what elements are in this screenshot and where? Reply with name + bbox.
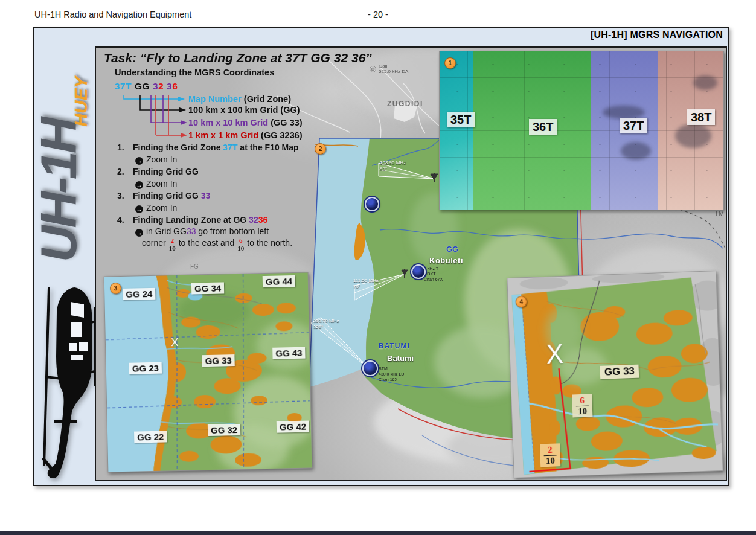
grid-cell-gg43: GG 43 [272,347,306,359]
grid-cell-gg22: GG 22 [134,431,167,443]
zone-label-37t: 37T [620,118,647,133]
grid-cell-gg32: GG 32 [208,424,241,436]
freq-label-nw: 108.90 MHz95° [380,160,406,172]
gali-ndb-icon [370,66,376,72]
step-4-detail-1: →in Grid GG33 go from bottom left [135,226,269,237]
poti-beacon-icon [365,197,379,211]
zoom-in-icon: → [135,181,143,189]
north-fraction-chip: 610 [572,394,592,417]
grid-cell-gg23: GG 23 [129,362,162,374]
legend-grid-zone: Map Number (Grid Zone) [188,94,291,104]
legend-1km: 1 km x 1 km Grid (GG 3236) [188,130,303,141]
lm-border-label: LM [716,211,724,217]
legend-10km: 10 km x 10 km Grid (GG 33) [188,117,303,128]
fraction-north: 610 [236,237,245,252]
step-1-zoom: →Zoom In [135,154,177,165]
inset-gg-grid-map: X GG 24 GG 34 GG 44 GG 23 GG 33 GG 43 GG… [104,272,313,472]
gg-grid-label: GG [446,245,458,254]
page-bottom-rule [0,531,756,535]
inset-landing-zone-map: X GG 33 610 210 4 [507,271,723,478]
grid-cell-gg42: GG 42 [277,421,310,433]
gali-station-label: Gali525.0 kHz DA [379,63,408,74]
document-header: UH-1H Radio and Navigation Equipment [34,10,191,19]
east-fraction-chip: 210 [540,443,560,467]
gg33-label: GG 33 [600,365,639,379]
landing-zone-x-mark: X [546,339,564,370]
callout-badge-2: 2 [315,143,326,155]
zoom-in-icon: → [135,157,143,165]
manual-page: UH-1H Radio and Navigation Equipment - 2… [0,0,756,535]
zone-label-35t: 35T [447,112,475,127]
zone-label-36t: 36T [529,119,557,135]
grid-cell-gg44: GG 44 [263,275,296,287]
zugdidi-city-label: ZUGDIDI [387,100,423,108]
zoom-in-icon: → [135,205,143,213]
batumi-station-info: BTM430.0 kHz LUChan 16X [379,366,404,382]
legend-100km: 100 km x 100 km Grid (GG) [188,104,300,115]
zone-label-38t: 38T [687,109,715,125]
batumi-ndb-icon [362,360,378,376]
inset-grid-zones-map: 35T 36T 37T 38T 1 [439,51,724,210]
step-2-zoom: →Zoom In [135,178,177,189]
kobuleti-vor-icon [411,264,426,279]
freq-label-kobuleti: 111.50 MHz70° [353,278,379,290]
step-3-zoom: →Zoom In [135,202,177,213]
main-map: Task: “Fly to Landing Zone at 37T GG 32 … [95,46,727,481]
freq-label-batumi: 110.70 MHz126° [313,318,339,330]
grid-cell-gg34: GG 34 [191,282,225,294]
section-banner: [UH-1H] MGRS NAVIGATION [591,30,723,40]
go-icon: → [135,229,143,237]
callout-badge-1: 1 [444,57,456,69]
content-frame: [UH-1H] MGRS NAVIGATION UH-1H HUEY [33,27,729,486]
fg-grid-label: FG [190,263,199,270]
fraction-east: 210 [168,237,177,252]
grid-cell-gg24: GG 24 [123,288,156,300]
lz-x-mark: X [171,336,179,349]
page-number: - 20 - [368,10,388,19]
huey-logo: HUEY [69,65,93,138]
grid-cell-gg33: GG 33 [202,354,235,367]
step-4-detail-2: corner210to the east and610to the north. [142,237,292,252]
graticule-overlay [440,51,723,210]
batumi-city-label: Batumi [387,354,414,363]
kobuleti-city-label: Kobuleti [429,256,463,265]
batumi-region-label: BATUMI [379,342,410,350]
kobuleti-station-info: 0 kHz TMBXTChan 67X [424,266,443,282]
